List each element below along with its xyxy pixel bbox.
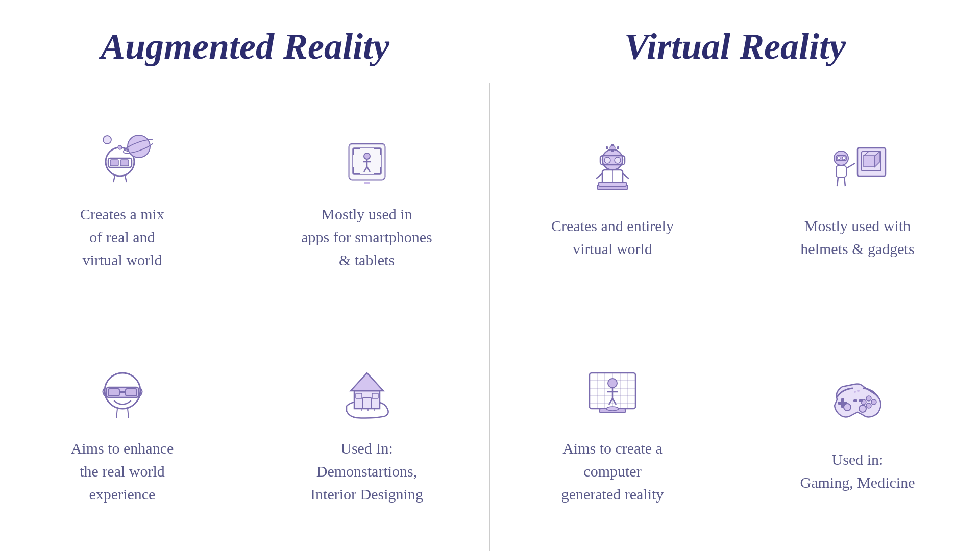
- ar-enhance-text: Aims to enhancethe real worldexperience: [71, 437, 174, 506]
- ar-bottom-row: Aims to enhancethe real worldexperience: [0, 317, 489, 552]
- ar-enhance-icon: [92, 363, 153, 424]
- svg-rect-43: [617, 146, 619, 149]
- vr-gaming-text: Used in:Gaming, Medicine: [800, 448, 915, 494]
- vr-panel: Creates and entirelyvirtual world: [490, 83, 980, 551]
- ar-panel: Creates a mixof real andvirtual world: [0, 83, 490, 551]
- svg-rect-59: [836, 166, 846, 177]
- svg-rect-22: [108, 389, 119, 396]
- vr-computer-text: Aims to create acomputergenerated realit…: [561, 437, 664, 506]
- ar-apps-icon: [336, 129, 398, 190]
- vr-top-row: Creates and entirelyvirtual world: [490, 83, 980, 317]
- svg-point-82: [866, 396, 871, 401]
- ar-used-text: Used In:Demonstartions,Interior Designin…: [310, 437, 423, 506]
- vr-bottom-row: Aims to create acomputergenerated realit…: [490, 317, 980, 552]
- ar-used-icon: [336, 363, 398, 424]
- svg-line-4: [113, 176, 115, 182]
- svg-line-62: [844, 177, 845, 186]
- vr-cell-creates: Creates and entirelyvirtual world: [490, 83, 735, 317]
- svg-rect-47: [599, 182, 626, 186]
- svg-rect-19: [364, 182, 370, 184]
- svg-line-60: [846, 163, 855, 168]
- svg-marker-31: [351, 373, 383, 391]
- ar-top-row: Creates a mixof real andvirtual world: [0, 83, 489, 317]
- svg-point-9: [118, 145, 122, 149]
- ar-cell-enhance: Aims to enhancethe real worldexperience: [0, 317, 244, 552]
- header-row: Augmented Reality Virtual Reality: [0, 0, 980, 83]
- vr-gaming-icon: [827, 374, 888, 435]
- svg-point-57: [837, 157, 840, 160]
- svg-point-8: [103, 136, 111, 144]
- svg-point-73: [608, 379, 617, 388]
- ar-cell-used: Used In:Demonstartions,Interior Designin…: [244, 317, 489, 552]
- svg-point-90: [854, 391, 856, 393]
- svg-rect-87: [859, 399, 863, 402]
- main-content: Creates a mixof real andvirtual world: [0, 83, 980, 551]
- ar-title: Augmented Reality: [0, 26, 490, 68]
- vr-title: Virtual Reality: [490, 26, 980, 68]
- svg-point-6: [128, 135, 150, 158]
- page-container: Augmented Reality Virtual Reality: [0, 0, 980, 551]
- ar-mix-text: Creates a mixof real andvirtual world: [80, 203, 164, 271]
- vr-computer-icon: [582, 363, 643, 424]
- vr-cell-gaming: Used in:Gaming, Medicine: [735, 317, 980, 552]
- header-right: Virtual Reality: [490, 26, 980, 68]
- svg-point-79: [606, 407, 619, 411]
- svg-rect-40: [611, 144, 614, 146]
- svg-rect-86: [853, 399, 857, 402]
- svg-point-14: [364, 153, 370, 159]
- svg-rect-2: [110, 160, 118, 166]
- svg-point-91: [857, 390, 860, 392]
- svg-rect-24: [119, 391, 126, 393]
- header-left: Augmented Reality: [0, 26, 490, 68]
- vr-helmets-icon: [827, 140, 888, 202]
- ar-mix-icon: [92, 129, 153, 190]
- svg-rect-23: [126, 389, 137, 396]
- svg-rect-42: [606, 146, 608, 149]
- svg-line-26: [128, 409, 129, 418]
- ar-apps-text: Mostly used inapps for smartphones& tabl…: [301, 203, 432, 271]
- vr-cell-computer: Aims to create acomputergenerated realit…: [490, 317, 735, 552]
- svg-point-83: [871, 399, 876, 405]
- svg-line-49: [623, 173, 629, 179]
- svg-point-88: [844, 404, 851, 411]
- svg-point-89: [859, 405, 866, 412]
- svg-point-58: [842, 157, 845, 160]
- svg-rect-52: [864, 156, 875, 167]
- svg-rect-41: [611, 149, 614, 152]
- vr-cell-helmets: Mostly used withhelmets & gadgets: [735, 83, 980, 317]
- svg-rect-3: [120, 160, 129, 166]
- svg-point-84: [866, 403, 871, 408]
- ar-cell-mix: Creates a mixof real andvirtual world: [0, 83, 244, 317]
- vr-creates-text: Creates and entirelyvirtual world: [551, 214, 674, 260]
- svg-line-5: [125, 176, 127, 182]
- vr-helmets-text: Mostly used withhelmets & gadgets: [800, 214, 914, 260]
- svg-line-48: [596, 173, 602, 179]
- svg-line-25: [116, 409, 117, 418]
- vr-creates-icon: [582, 140, 643, 202]
- svg-line-61: [837, 177, 838, 186]
- svg-point-38: [615, 157, 621, 163]
- ar-cell-apps: Mostly used inapps for smartphones& tabl…: [244, 83, 489, 317]
- svg-point-37: [604, 157, 610, 163]
